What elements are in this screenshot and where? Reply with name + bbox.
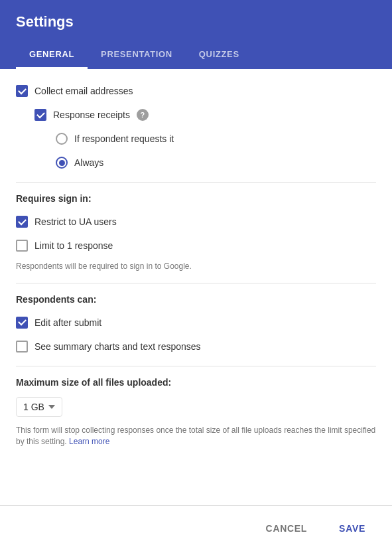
tab-presentation[interactable]: PRESENTATION [88, 41, 186, 69]
response-receipts-label: Response receipts [53, 110, 130, 120]
always-row: Always [56, 154, 376, 171]
learn-more-link[interactable]: Learn more [69, 437, 109, 446]
collect-email-row: Collect email addresses [16, 82, 376, 100]
edit-after-submit-checkbox[interactable] [16, 317, 28, 329]
if-respondent-row: If respondent requests it [56, 130, 376, 147]
see-summary-row: See summary charts and text responses [16, 338, 376, 355]
restrict-ua-checkbox[interactable] [16, 216, 28, 228]
sign-in-hint: Respondents will be required to sign in … [16, 261, 376, 272]
response-receipts-help-icon[interactable]: ? [137, 109, 149, 121]
divider-2 [16, 283, 376, 283]
requires-sign-in-label: Requires sign in: [16, 193, 376, 204]
file-size-dropdown[interactable]: 1 GB [16, 397, 62, 417]
collect-email-checkbox[interactable] [16, 85, 28, 97]
always-radio[interactable] [56, 157, 68, 169]
dropdown-arrow-icon [48, 405, 55, 409]
settings-content: Collect email addresses Response receipt… [0, 69, 392, 547]
edit-after-submit-label: Edit after submit [34, 317, 101, 328]
max-file-size-label: Maximum size of all files uploaded: [16, 377, 376, 388]
response-receipts-checkbox[interactable] [34, 109, 46, 121]
save-button[interactable]: SAVE [328, 516, 376, 540]
divider-1 [16, 182, 376, 183]
edit-after-submit-row: Edit after submit [16, 314, 376, 331]
limit-response-checkbox[interactable] [16, 240, 28, 252]
file-size-dropdown-row: 1 GB [16, 397, 376, 417]
respondents-can-label: Respondents can: [16, 294, 376, 305]
footer: CANCEL SAVE [0, 505, 392, 551]
if-respondent-radio[interactable] [56, 133, 68, 145]
restrict-ua-row: Restrict to UA users [16, 213, 376, 230]
tab-quizzes[interactable]: QUIZZES [186, 41, 253, 69]
response-receipts-row: Response receipts ? [34, 106, 376, 123]
if-respondent-label: If respondent requests it [74, 133, 174, 144]
cancel-button[interactable]: CANCEL [255, 516, 318, 540]
see-summary-checkbox[interactable] [16, 341, 28, 353]
limit-response-label: Limit to 1 response [34, 240, 113, 251]
tabs-bar: GENERAL PRESENTATION QUIZZES [16, 41, 376, 69]
tab-general[interactable]: GENERAL [16, 41, 88, 69]
page-title: Settings [16, 13, 376, 31]
file-size-hint: This form will stop collecting responses… [16, 425, 376, 447]
limit-response-row: Limit to 1 response [16, 237, 376, 254]
restrict-ua-label: Restrict to UA users [34, 216, 117, 227]
see-summary-label: See summary charts and text responses [34, 341, 201, 352]
file-size-value: 1 GB [23, 402, 44, 412]
always-label: Always [74, 157, 103, 168]
divider-3 [16, 366, 376, 366]
collect-email-label: Collect email addresses [34, 86, 133, 96]
header: Settings GENERAL PRESENTATION QUIZZES [0, 0, 392, 69]
